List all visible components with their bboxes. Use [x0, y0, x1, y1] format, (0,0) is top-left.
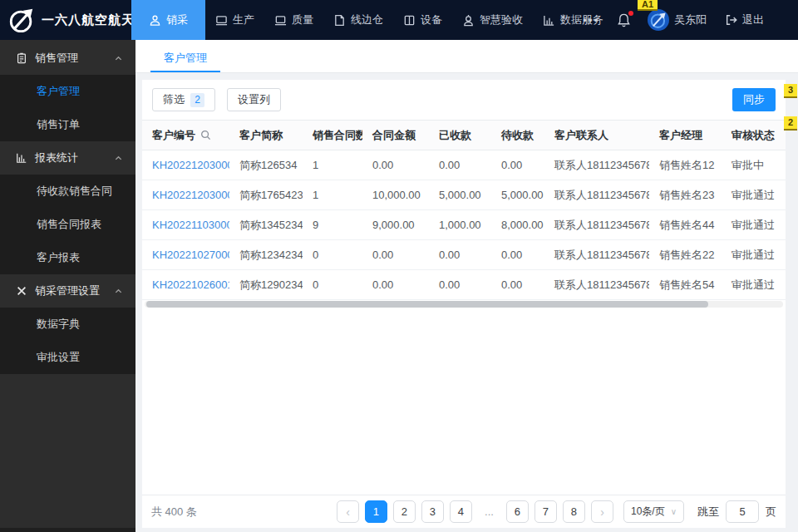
total-count: 共 400 条 [151, 505, 197, 520]
sidebar-group-label: 销采管理设置 [35, 283, 100, 298]
table-cell: 0 [303, 270, 362, 300]
sidebar-item-data-dictionary[interactable]: 数据字典 [0, 308, 135, 341]
clipboard-icon [16, 52, 27, 64]
sidebar-item-customer-management[interactable]: 客户管理 [0, 75, 135, 108]
table-row: KH202211030004简称134523499,000.001,000.00… [142, 210, 786, 240]
person-icon [149, 14, 161, 27]
jump-suffix-label: 页 [766, 505, 776, 520]
column-settings-label: 设置列 [238, 92, 270, 107]
sidebar-group-label: 销售管理 [35, 51, 78, 66]
table-cell: 0.00 [362, 240, 429, 270]
user-name: 吴东阳 [674, 12, 707, 27]
table-cell: 0.00 [491, 240, 544, 270]
sidebar-item-sales-contract-report[interactable]: 销售合同报表 [0, 208, 135, 241]
table-cell: 5,000.00 [429, 180, 491, 210]
page-button-6[interactable]: 6 [506, 500, 529, 523]
column-header: 待收款 [491, 121, 544, 150]
histogram-icon [16, 152, 27, 164]
page-button-7[interactable]: 7 [534, 500, 557, 523]
nav-item-equipment[interactable]: 设备 [393, 0, 452, 40]
table-cell: 0.00 [429, 240, 491, 270]
sidebar-item-sales-orders[interactable]: 销售订单 [0, 108, 135, 141]
table-cell: 销售姓名54 [649, 270, 722, 300]
column-header: 合同金额 [362, 121, 429, 150]
page-button-2[interactable]: 2 [393, 500, 416, 523]
customer-code-link[interactable]: KH202211030004 [152, 219, 229, 231]
table-cell: 0.00 [491, 150, 544, 180]
table-cell: 联系人18112345678 [544, 210, 649, 240]
notification-bell-button[interactable] [608, 0, 640, 40]
filter-count-badge: 2 [190, 93, 204, 107]
column-header-label: 客户简称 [239, 128, 283, 143]
pagination: ‹1234...678›10条/页∨跳至页 [337, 500, 776, 523]
sync-button[interactable]: 同步 [732, 88, 776, 111]
jump-page-input[interactable] [726, 500, 759, 523]
sidebar-submenu-report-statistics: 待收款销售合同销售合同报表客户报表 [0, 175, 135, 274]
table-cell: 简称1345234 [229, 210, 303, 240]
sidebar-submenu-sales-purchase-settings: 数据字典审批设置 [0, 308, 135, 374]
table-cell: 1 [303, 150, 362, 180]
page-button-3[interactable]: 3 [421, 500, 444, 523]
customer-code-link[interactable]: KH202210260017 [152, 278, 229, 291]
sidebar-group-sales-management[interactable]: 销售管理 [0, 42, 135, 75]
page-button-4[interactable]: 4 [450, 500, 472, 523]
column-header-label: 审核状态 [732, 128, 775, 143]
nav-more-button[interactable]: ••• [574, 0, 608, 40]
robot-icon [462, 14, 475, 27]
table-cell: 联系人18112345678 [544, 180, 649, 210]
table-cell: 1 [303, 180, 362, 210]
tab-customer-management[interactable]: 客户管理 [150, 40, 220, 72]
column-header-inner: 合同金额 [372, 128, 424, 143]
table-cell: 审批通过 [722, 180, 786, 210]
sidebar-item-customer-report[interactable]: 客户报表 [0, 241, 135, 274]
table-cell: 审批中 [722, 150, 786, 180]
customer-code-link[interactable]: KH202212030001 [152, 189, 229, 201]
sidebar-item-approval-settings[interactable]: 审批设置 [0, 341, 135, 374]
table-header: 客户编号客户简称销售合同数合同金额已收款待收款客户联系人客户经理审核状态 [142, 121, 786, 150]
page-button-1[interactable]: 1 [365, 500, 387, 523]
nav-item-smart-acceptance[interactable]: 智慧验收 [452, 0, 533, 40]
nav-item-sales[interactable]: 销采 [131, 0, 205, 40]
column-header-label: 客户编号 [152, 128, 195, 143]
document-icon [333, 14, 346, 27]
nav-item-label: 销采 [166, 12, 188, 27]
column-header-inner: 销售合同数 [313, 128, 357, 143]
page-size-label: 10条/页 [631, 505, 665, 519]
card-empty-space [142, 308, 786, 495]
customer-code-link[interactable]: KH202212030001 [152, 159, 229, 171]
nav-item-lineside-warehouse[interactable]: 线边仓 [323, 0, 393, 40]
filter-button[interactable]: 筛选 2 [152, 88, 215, 111]
nav-item-production[interactable]: 生产 [205, 0, 264, 40]
sidebar-group-report-statistics[interactable]: 报表统计 [0, 141, 135, 175]
column-header-inner: 审核状态 [732, 128, 781, 143]
page-button-8[interactable]: 8 [563, 500, 585, 523]
horizontal-scrollbar [145, 301, 783, 308]
search-icon[interactable] [200, 130, 211, 140]
sidebar-item-receivable-sales-contracts[interactable]: 待收款销售合同 [0, 175, 135, 208]
chevron-up-icon [114, 154, 123, 163]
table-cell: 联系人18112345678 [544, 270, 649, 300]
column-settings-button[interactable]: 设置列 [227, 88, 281, 111]
annotation-badge-3: 3 [784, 84, 797, 98]
table-cell: 简称1290234 [229, 270, 303, 300]
pagination-ellipsis: ... [478, 500, 500, 523]
table-cell: 1,000.00 [429, 210, 491, 240]
column-header-inner: 客户经理 [659, 128, 717, 143]
user-avatar [648, 9, 669, 31]
sidebar-group-sales-purchase-settings[interactable]: 销采管理设置 [0, 274, 135, 308]
page-size-select[interactable]: 10条/页∨ [623, 500, 684, 523]
tabbar: 客户管理 [135, 40, 798, 73]
chevron-down-icon: ∨ [671, 507, 677, 516]
prev-page-button[interactable]: ‹ [337, 500, 359, 523]
customer-code-link[interactable]: KH202210270003 [152, 249, 229, 261]
table-cell: 0.00 [491, 270, 544, 300]
horizontal-scrollbar-thumb[interactable] [146, 301, 708, 308]
chevron-up-icon [114, 287, 123, 296]
next-page-button[interactable]: › [591, 500, 613, 523]
sidebar: 销售管理客户管理销售订单报表统计待收款销售合同销售合同报表客户报表销采管理设置数… [0, 40, 135, 532]
logout-button[interactable]: 退出 [714, 0, 775, 40]
nav-item-quality[interactable]: 质量 [264, 0, 323, 40]
table-cell: 联系人18112345678 [544, 240, 649, 270]
customer-table: 客户编号客户简称销售合同数合同金额已收款待收款客户联系人客户经理审核状态 KH2… [142, 120, 786, 300]
column-header-inner: 客户简称 [239, 128, 298, 143]
